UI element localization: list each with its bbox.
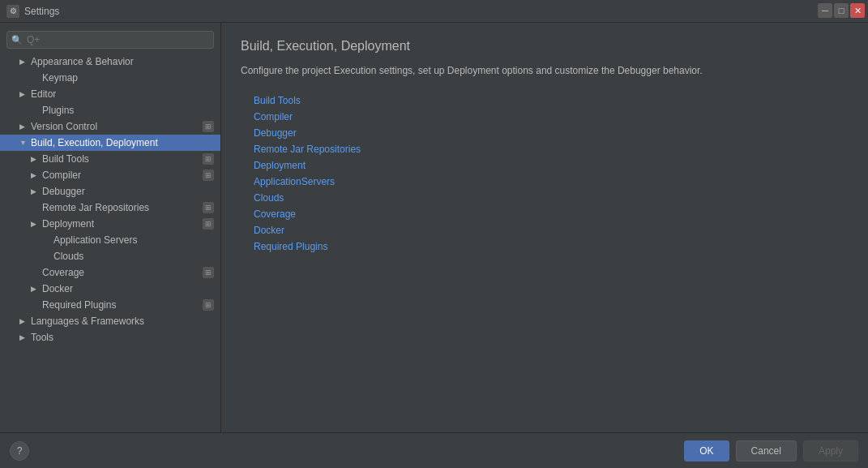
link-required-plugins[interactable]: Required Plugins bbox=[254, 241, 849, 252]
window-title: Settings bbox=[24, 6, 59, 17]
sidebar-item-label: Clouds bbox=[53, 251, 83, 262]
link-compiler[interactable]: Compiler bbox=[254, 111, 849, 122]
sidebar-item-plugins[interactable]: Plugins bbox=[0, 102, 220, 118]
link-clouds[interactable]: Clouds bbox=[254, 192, 849, 204]
sidebar-item-label: Deployment bbox=[42, 218, 94, 230]
arrow-icon: ▶ bbox=[31, 171, 39, 179]
sidebar-icon-right: ⊞ bbox=[203, 218, 214, 230]
sidebar-item-compiler[interactable]: ▶ Compiler ⊞ bbox=[0, 167, 220, 183]
arrow-icon: ▶ bbox=[19, 58, 28, 66]
content-links: Build Tools Compiler Debugger Remote Jar… bbox=[241, 95, 849, 252]
sidebar-item-appearance[interactable]: ▶ Appearance & Behavior bbox=[0, 54, 220, 70]
link-remote-jar[interactable]: Remote Jar Repositories bbox=[254, 144, 849, 155]
link-application-servers[interactable]: ApplicationServers bbox=[254, 176, 849, 187]
link-coverage[interactable]: Coverage bbox=[254, 208, 849, 220]
sidebar-item-label: Debugger bbox=[42, 186, 85, 197]
arrow-icon: ▶ bbox=[31, 285, 39, 293]
sidebar-item-label: Editor bbox=[31, 88, 56, 100]
sidebar-item-label: Plugins bbox=[42, 105, 74, 116]
sidebar-icon-right: ⊞ bbox=[203, 299, 214, 311]
sidebar-icon-right: ⊞ bbox=[203, 202, 214, 213]
arrow-icon: ▶ bbox=[19, 90, 28, 98]
search-input[interactable] bbox=[6, 31, 214, 49]
sidebar-item-label: Appearance & Behavior bbox=[31, 56, 134, 67]
link-build-tools[interactable]: Build Tools bbox=[254, 95, 849, 106]
arrow-icon: ▶ bbox=[31, 220, 39, 228]
arrow-icon: ▶ bbox=[19, 333, 28, 341]
arrow-icon: ▶ bbox=[19, 317, 28, 325]
sidebar-item-label: Build, Execution, Deployment bbox=[31, 137, 158, 148]
help-button[interactable]: ? bbox=[10, 441, 29, 461]
sidebar-icon-right: ⊞ bbox=[203, 153, 214, 165]
sidebar-item-keymap[interactable]: Keymap bbox=[0, 70, 220, 86]
link-deployment[interactable]: Deployment bbox=[254, 160, 849, 171]
sidebar-icon-right: ⊞ bbox=[203, 170, 214, 181]
sidebar-item-version-control[interactable]: ▶ Version Control ⊞ bbox=[0, 118, 220, 135]
sidebar-item-deployment[interactable]: ▶ Deployment ⊞ bbox=[0, 216, 220, 232]
arrow-icon: ▼ bbox=[19, 139, 28, 147]
arrow-icon: ▶ bbox=[31, 155, 39, 163]
sidebar-item-label: Docker bbox=[42, 283, 73, 294]
sidebar-item-build-tools[interactable]: ▶ Build Tools ⊞ bbox=[0, 151, 220, 167]
arrow-icon: ▶ bbox=[19, 122, 28, 131]
sidebar-item-debugger[interactable]: ▶ Debugger bbox=[0, 183, 220, 200]
sidebar-icon-right: ⊞ bbox=[203, 267, 214, 278]
sidebar-item-remote-jar[interactable]: Remote Jar Repositories ⊞ bbox=[0, 200, 220, 216]
title-bar: ⚙ Settings ─ □ ✕ bbox=[0, 0, 868, 23]
link-docker[interactable]: Docker bbox=[254, 225, 849, 236]
content-title: Build, Execution, Deployment bbox=[241, 39, 849, 54]
sidebar-item-docker[interactable]: ▶ Docker bbox=[0, 281, 220, 297]
sidebar-item-label: Application Servers bbox=[53, 234, 137, 246]
ok-button[interactable]: OK bbox=[684, 440, 729, 462]
apply-button[interactable]: Apply bbox=[803, 440, 858, 462]
search-icon: 🔍 bbox=[11, 35, 23, 45]
sidebar: 🔍 ▶ Appearance & Behavior Keymap ▶ Edito… bbox=[0, 23, 221, 432]
sidebar-item-label: Required Plugins bbox=[42, 299, 116, 311]
sidebar-item-label: Compiler bbox=[42, 170, 81, 181]
link-debugger[interactable]: Debugger bbox=[254, 127, 849, 139]
sidebar-item-label: Languages & Frameworks bbox=[31, 316, 144, 327]
sidebar-item-label: Keymap bbox=[42, 72, 78, 84]
close-button[interactable]: ✕ bbox=[850, 3, 865, 18]
sidebar-item-clouds[interactable]: Clouds bbox=[0, 248, 220, 264]
sidebar-item-required-plugins[interactable]: Required Plugins ⊞ bbox=[0, 297, 220, 313]
content-description: Configure the project Execution settings… bbox=[241, 63, 849, 79]
sidebar-item-label: Coverage bbox=[42, 267, 84, 278]
sidebar-icon-right: ⊞ bbox=[203, 121, 214, 132]
sidebar-item-editor[interactable]: ▶ Editor bbox=[0, 86, 220, 102]
sidebar-item-label: Remote Jar Repositories bbox=[42, 202, 149, 213]
app-icon: ⚙ bbox=[6, 5, 19, 18]
sidebar-item-application-servers[interactable]: Application Servers bbox=[0, 232, 220, 248]
maximize-button[interactable]: □ bbox=[834, 3, 849, 18]
sidebar-item-label: Tools bbox=[31, 332, 53, 343]
sidebar-item-label: Build Tools bbox=[42, 153, 89, 165]
sidebar-item-tools[interactable]: ▶ Tools bbox=[0, 329, 220, 346]
content-panel: Build, Execution, Deployment Configure t… bbox=[221, 23, 868, 432]
sidebar-item-coverage[interactable]: Coverage ⊞ bbox=[0, 264, 220, 281]
bottom-bar: ? OK Cancel Apply bbox=[0, 432, 868, 468]
sidebar-item-build-execution[interactable]: ▼ Build, Execution, Deployment bbox=[0, 135, 220, 151]
sidebar-item-label: Version Control bbox=[31, 121, 97, 132]
minimize-button[interactable]: ─ bbox=[818, 3, 832, 18]
arrow-icon: ▶ bbox=[31, 187, 39, 195]
cancel-button[interactable]: Cancel bbox=[736, 440, 797, 462]
search-box: 🔍 bbox=[6, 31, 214, 49]
sidebar-item-languages[interactable]: ▶ Languages & Frameworks bbox=[0, 313, 220, 329]
